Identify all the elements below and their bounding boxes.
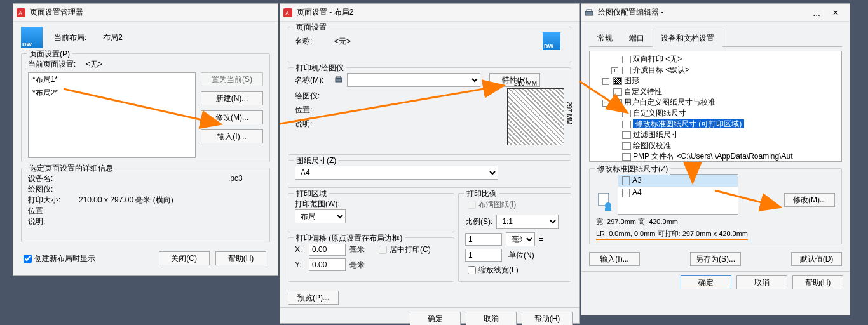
print-area-group-label: 打印区域	[294, 189, 329, 199]
page-setup-list[interactable]: *布局1* *布局2*	[28, 72, 196, 158]
ok-button[interactable]: 确定	[410, 312, 461, 325]
tab-general[interactable]: 常规	[589, 30, 621, 47]
list-item[interactable]: *布局1*	[29, 73, 195, 86]
print-range-label: 打印范围(W):	[295, 199, 447, 209]
paper-size-list[interactable]: A3 A4	[618, 174, 738, 215]
checkbox-input[interactable]	[468, 266, 476, 274]
y-input[interactable]	[309, 258, 346, 271]
titlebar[interactable]: A 页面设置 - 布局2	[280, 4, 579, 22]
tree-item[interactable]: PMP 文件名 <C:\Users\ \AppData\Roaming\Aut	[633, 152, 793, 161]
titlebar[interactable]: A 页面设置管理器	[13, 4, 278, 22]
tree-item[interactable]: 双向打印 <无>	[633, 55, 682, 63]
print-range-select[interactable]: 布局	[295, 209, 346, 223]
scale-unit-input[interactable]	[465, 249, 502, 262]
tree-item[interactable]: 自定义图纸尺寸	[633, 109, 686, 117]
paper-icon	[622, 176, 630, 185]
name-label: 名称:	[295, 36, 330, 47]
plotter-label: 绘图仪:	[295, 91, 333, 102]
position-label: 位置:	[28, 206, 79, 216]
center-print-checkbox[interactable]: 居中打印(C)	[376, 244, 431, 256]
scale-mm-input[interactable]	[465, 233, 502, 246]
titlebar[interactable]: 绘图仪配置编辑器 - ... ✕	[581, 4, 850, 22]
print-size-label: 打印大小:	[28, 195, 79, 206]
checkbox-input[interactable]	[24, 255, 32, 263]
graphics-icon	[613, 77, 622, 85]
set-current-button[interactable]: 置为当前(S)	[201, 72, 263, 86]
svg-rect-4	[336, 78, 342, 82]
cancel-button[interactable]: 取消	[466, 312, 517, 325]
paper-size-select[interactable]: A4	[295, 166, 498, 180]
scale-label: 比例(S):	[465, 216, 492, 227]
expander-icon[interactable]: +	[611, 67, 618, 74]
tab-port[interactable]: 端口	[621, 30, 653, 47]
svg-rect-6	[585, 11, 593, 15]
scale-select[interactable]: 1:1	[496, 215, 559, 229]
expander-icon[interactable]: −	[602, 100, 609, 107]
modify-button[interactable]: 修改(M)...	[784, 193, 835, 207]
help-button[interactable]: 帮助(H)	[215, 251, 266, 265]
offset-group-label: 打印偏移 (原点设置在布局边框)	[294, 233, 405, 244]
help-button[interactable]: 帮助(H)	[792, 275, 843, 289]
tab-device-doc-settings[interactable]: 设备和文档设置	[653, 30, 722, 47]
scale-lineweight-checkbox[interactable]: 缩放线宽(L)	[465, 264, 519, 276]
printer-select[interactable]	[347, 73, 480, 87]
help-button[interactable]: 帮助(H)	[522, 312, 573, 325]
tree-item[interactable]: 绘图仪校准	[633, 141, 671, 150]
tree-item[interactable]: 介质目标 <默认>	[633, 65, 689, 74]
list-item[interactable]: *布局2*	[29, 86, 195, 100]
close-button[interactable]: 关闭(C)	[159, 251, 210, 265]
dialog-page-setup: A 页面设置 - 布局2 页面设置 名称: <无> 打印机/绘图仪 名称(M):…	[280, 3, 580, 324]
paper-height-label: 297 MM	[566, 102, 573, 124]
tree-item[interactable]: 用户自定义图纸尺寸与校准	[624, 98, 715, 107]
svg-point-9	[605, 202, 611, 209]
save-as-button[interactable]: 另存为(S)...	[690, 252, 741, 266]
fit-paper-checkbox[interactable]: 布满图纸(I)	[465, 199, 516, 211]
tree-item[interactable]: 自定义特性	[624, 87, 662, 96]
list-item-label: A3	[632, 176, 642, 185]
name-value: <无>	[334, 36, 351, 47]
custom-props-icon	[613, 88, 622, 96]
checkbox-label: 布满图纸(I)	[478, 199, 516, 210]
tree-item[interactable]: 图形	[624, 76, 639, 85]
svg-rect-5	[337, 76, 341, 78]
tree-item[interactable]: 过滤图纸尺寸	[633, 130, 679, 139]
settings-tree[interactable]: 双向打印 <无> +介质目标 <默认> +图形 自定义特性 −用户自定义图纸尺寸…	[589, 51, 842, 162]
unit-label: 单位(N)	[508, 250, 534, 261]
new-button[interactable]: 新建(N)...	[201, 91, 263, 105]
x-input[interactable]	[309, 243, 346, 256]
page-setup-group-label: 页面设置(P)	[27, 49, 72, 60]
window-title: 绘图仪配置编辑器 -	[598, 7, 813, 18]
create-on-new-layout-checkbox[interactable]: 创建新布局时显示	[21, 253, 95, 265]
modify-button[interactable]: 修改(M)...	[201, 110, 263, 124]
preview-button[interactable]: 预览(P)...	[288, 291, 339, 305]
current-layout-label: 当前布局:	[54, 32, 86, 43]
scale-group-label: 打印比例	[464, 189, 499, 199]
app-icon: A	[16, 8, 26, 18]
import-button[interactable]: 输入(I)...	[589, 252, 640, 266]
svg-rect-7	[587, 10, 592, 11]
printer-group-label: 打印机/绘图仪	[294, 63, 346, 74]
close-icon[interactable]: ✕	[824, 6, 847, 20]
mm-unit-select[interactable]: 毫米	[506, 232, 535, 246]
tree-item-selected[interactable]: 修改标准图纸尺寸 (可打印区域)	[633, 119, 744, 128]
paper-icon	[622, 189, 630, 197]
checkbox-input	[468, 201, 476, 209]
list-item[interactable]: A4	[618, 187, 738, 199]
expander-icon[interactable]: +	[602, 78, 609, 85]
file-icon	[622, 153, 631, 161]
app-icon: A	[283, 8, 293, 18]
printer-name-label: 名称(M):	[295, 75, 330, 86]
svg-text:A: A	[18, 10, 22, 17]
default-button[interactable]: 默认值(D)	[791, 252, 842, 266]
page-setup-group-label: 页面设置	[294, 22, 329, 33]
list-item[interactable]: A3	[618, 175, 738, 187]
mm-label: 毫米	[349, 260, 365, 270]
current-pagesetup-value: <无>	[86, 59, 102, 70]
equals-label: =	[539, 235, 543, 244]
checkbox-input	[379, 246, 387, 254]
ok-button[interactable]: 确定	[681, 275, 731, 289]
device-name-label: 设备名:	[28, 173, 79, 184]
description-label: 说明:	[295, 119, 333, 129]
cancel-button[interactable]: 取消	[736, 275, 787, 289]
import-button[interactable]: 输入(I)...	[201, 129, 263, 143]
